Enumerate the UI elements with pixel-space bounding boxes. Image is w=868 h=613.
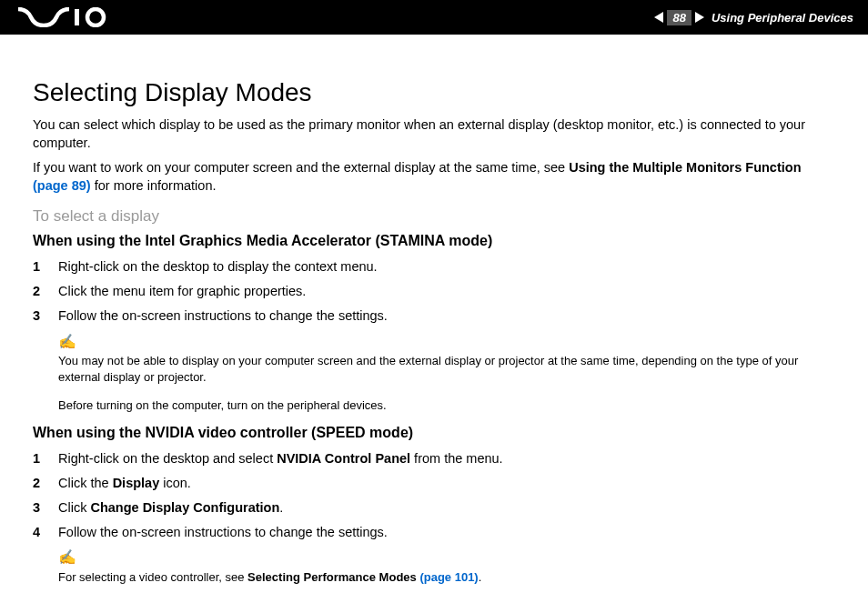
list-item: 4 Follow the on-screen instructions to c… [33,524,835,541]
subheading-to-select: To select a display [33,207,835,226]
text: Right-click on the desktop and select [58,451,277,466]
text: icon. [159,476,191,490]
step-number: 3 [33,499,58,517]
note-icon: ✍ [58,548,835,568]
steps-stamina: 1 Right-click on the desktop to display … [33,258,835,325]
header-right: 88 Using Peripheral Devices [654,10,853,25]
step-text: Click the menu item for graphic properti… [58,283,306,300]
step-number: 1 [33,258,58,276]
step-text: Follow the on-screen instructions to cha… [58,524,388,541]
intro-paragraph-1: You can select which display to be used … [33,116,835,152]
note-icon: ✍ [58,332,835,352]
prev-page-icon[interactable] [654,12,663,23]
steps-speed: 1 Right-click on the desktop and select … [33,450,835,540]
list-item: 1 Right-click on the desktop and select … [33,450,835,467]
text: Click [58,500,90,515]
subheading-speed: When using the NVIDIA video controller (… [33,425,835,441]
note-text: Before turning on the computer, turn on … [58,397,835,414]
step-number: 1 [33,450,58,467]
list-item: 2 Click the menu item for graphic proper… [33,283,835,300]
step-text: Follow the on-screen instructions to cha… [58,307,388,325]
note-text: For selecting a video controller, see Se… [58,569,835,586]
page-link[interactable]: (page 89) [33,178,91,193]
page-number: 88 [667,10,691,25]
step-number: 4 [33,524,58,541]
note-text: You may not be able to display on your c… [58,353,835,385]
bold-text: NVIDIA Control Panel [277,451,410,466]
svg-rect-0 [75,9,79,25]
text: . [279,500,283,515]
list-item: 2 Click the Display icon. [33,475,835,492]
list-item: 1 Right-click on the desktop to display … [33,258,835,276]
step-number: 2 [33,475,58,492]
step-number: 2 [33,283,58,300]
vaio-logo [18,7,109,27]
step-text: Right-click on the desktop and select NV… [58,450,503,467]
page-content: Selecting Display Modes You can select w… [0,35,868,586]
text: Click the [58,476,113,490]
note-block-1: ✍ You may not be able to display on your… [58,332,835,414]
intro-paragraph-2: If you want to work on your computer scr… [33,159,835,195]
step-number: 3 [33,307,58,325]
list-item: 3 Follow the on-screen instructions to c… [33,307,835,325]
page-nav: 88 [654,10,703,25]
section-label: Using Peripheral Devices [712,11,853,25]
next-page-icon[interactable] [695,12,704,23]
bold-text: Display [113,476,160,490]
list-item: 3 Click Change Display Configuration. [33,499,835,517]
text: for more information. [91,178,217,193]
text: If you want to work on your computer scr… [33,160,569,175]
svg-point-1 [87,9,104,25]
step-text: Click Change Display Configuration. [58,499,283,517]
text: from the menu. [410,451,503,466]
link-label: Selecting Performance Modes [247,570,417,584]
page-header: 88 Using Peripheral Devices [0,0,868,35]
text: . [479,570,482,584]
link-label: Using the Multiple Monitors Function [569,160,801,175]
step-text: Click the Display icon. [58,475,191,492]
subheading-stamina: When using the Intel Graphics Media Acce… [33,233,835,249]
step-text: Right-click on the desktop to display th… [58,258,378,276]
page-link[interactable]: (page 101) [417,570,479,584]
text: For selecting a video controller, see [58,570,247,584]
page-title: Selecting Display Modes [33,78,835,107]
bold-text: Change Display Configuration [90,500,279,515]
note-block-2: ✍ For selecting a video controller, see … [58,548,835,585]
